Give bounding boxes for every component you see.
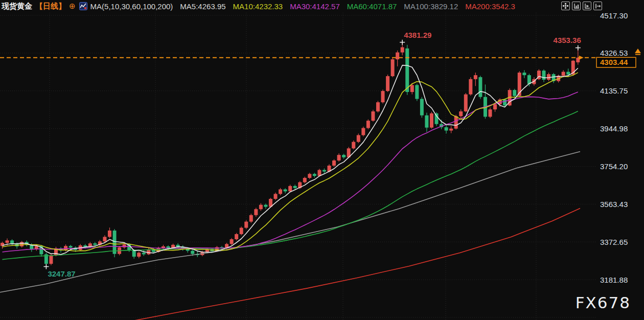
candle-body: [366, 121, 370, 128]
candle-body: [547, 74, 550, 80]
candle-body: [464, 95, 468, 111]
candle-body: [566, 72, 570, 74]
candle-body: [401, 47, 404, 52]
candle-body: [371, 111, 375, 121]
ma100-value: MA100:3829.12: [404, 2, 458, 11]
candle-body: [405, 49, 409, 92]
price-axis-tick-label: 4517.30: [600, 11, 628, 20]
candle-body: [274, 194, 278, 199]
chart-scale-icon: [573, 3, 580, 9]
ma30-value: MA30:4142.57: [290, 2, 340, 11]
price-axis-tick-label: 3944.98: [600, 124, 628, 133]
current-price-value: 4303.44: [600, 58, 628, 66]
candle-body: [337, 155, 341, 161]
candle-body: [167, 246, 170, 248]
ma-values-group: MA5:4263.95MA10:4232.33MA30:4142.57MA60:…: [173, 2, 515, 11]
candle-body: [288, 186, 292, 191]
candle-body: [132, 250, 136, 257]
swing-price-label: 3247.87: [48, 269, 75, 278]
period-label: 【日线】: [35, 2, 66, 11]
ma200-value: MA200:3542.3: [465, 2, 515, 11]
swing-price-label: 4381.29: [404, 31, 431, 39]
candle-body: [391, 59, 395, 76]
candle-body: [425, 116, 428, 128]
candle-body: [445, 127, 448, 131]
candle-body: [513, 90, 516, 96]
candle-body: [6, 240, 9, 243]
candle-body: [493, 104, 497, 109]
chart-play-tool-button[interactable]: [583, 2, 591, 10]
candle-body: [303, 178, 307, 182]
candle-body: [542, 71, 545, 80]
candle-body: [435, 113, 439, 124]
price-up-arrow-base: [635, 54, 640, 55]
ma10-line: [3, 73, 578, 251]
chart-scale-tool-button[interactable]: [572, 2, 581, 10]
ma5-line: [3, 65, 578, 255]
price-axis-tick-label: 3181.88: [600, 276, 628, 284]
current-price-line-layer: 4303.44: [0, 49, 641, 67]
candle-body: [449, 129, 453, 131]
candle-body: [142, 253, 146, 254]
ma200-line: [120, 209, 580, 320]
ma-params-label: MA(5,10,30,60,100,200): [90, 2, 173, 11]
candle-body: [240, 228, 243, 234]
ma10-value: MA10:4232.33: [233, 2, 283, 11]
candle-body: [123, 244, 126, 247]
price-up-arrow: [635, 49, 641, 53]
candle-body: [381, 91, 385, 102]
ma60-value: MA60:4071.87: [347, 2, 397, 11]
chart-toolbar: [561, 2, 602, 10]
price-pointer-arrow: [579, 56, 584, 60]
candle-body: [93, 243, 97, 245]
pan-right-tool-button[interactable]: [593, 2, 602, 10]
candle-body: [469, 79, 472, 95]
chart-header: 现货黄金 【日线】 ⊕ MA(5,10,30,60,100,200) MA5:4…: [0, 0, 515, 12]
candle-body: [562, 72, 565, 76]
price-axis-tick-label: 3563.43: [600, 200, 628, 209]
swing-price-label: 4353.36: [554, 36, 581, 44]
candle-body: [474, 75, 477, 79]
move-tool-button[interactable]: [561, 2, 570, 10]
price-axis-tick-label: 4135.75: [600, 86, 628, 95]
candle-body: [69, 246, 73, 247]
candle-body: [108, 231, 111, 237]
candle-body: [357, 135, 360, 142]
candle-body: [313, 174, 316, 176]
candle-body: [361, 128, 365, 135]
candle-body: [113, 231, 117, 254]
candle-body: [308, 174, 311, 178]
candle-body: [244, 222, 248, 228]
candle-body: [396, 53, 399, 60]
add-indicator-icon[interactable]: ⊕: [69, 2, 76, 11]
candle-body: [352, 142, 355, 149]
candle-body: [230, 239, 234, 244]
candle-body: [386, 76, 389, 91]
watermark: FX678: [576, 293, 631, 312]
candle-body: [410, 85, 414, 92]
price-axis-tick-label: 3372.65: [600, 238, 628, 246]
candle-body: [279, 189, 282, 194]
candlestick-chart-canvas[interactable]: 4303.44 4381.294353.363247.87 4517.30432…: [0, 0, 644, 320]
candle-body: [264, 205, 267, 207]
candles-layer: [1, 42, 580, 267]
candle-body: [249, 215, 253, 222]
symbol-name: 现货黄金: [2, 2, 32, 11]
candle-body: [459, 111, 463, 116]
candle-body: [235, 234, 238, 239]
price-axis-tick-label: 4326.53: [600, 49, 628, 57]
candle-body: [20, 242, 24, 246]
ma-lines-layer: [0, 65, 580, 320]
candle-body: [342, 155, 346, 157]
candle-body: [191, 250, 194, 254]
candle-body: [332, 161, 336, 166]
move-icon: [563, 3, 568, 9]
candle-body: [376, 102, 380, 111]
chart-play-icon: [584, 3, 590, 9]
candle-body: [49, 255, 53, 264]
candle-body: [254, 209, 258, 215]
gold-chart-app: 4303.44 4381.294353.363247.87 4517.30432…: [0, 0, 644, 320]
ma100-line: [0, 152, 580, 292]
candle-body: [489, 109, 492, 117]
candle-body: [454, 116, 458, 128]
